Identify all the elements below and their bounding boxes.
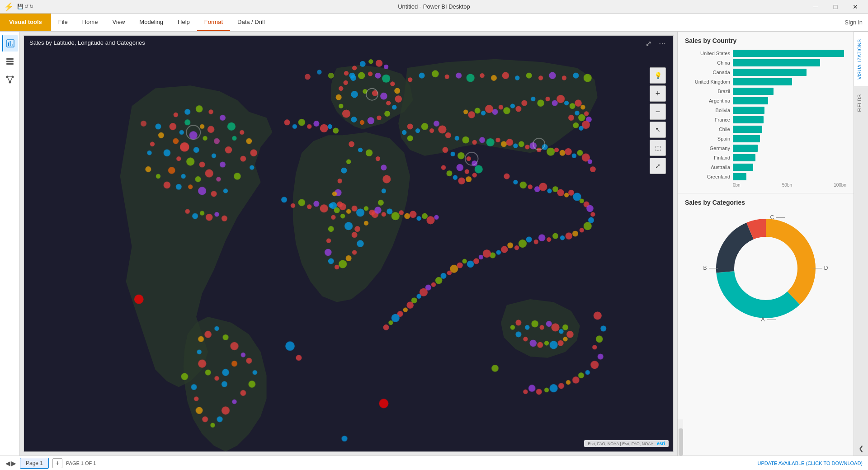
svg-line-11	[7, 77, 10, 82]
axis-0: 0bn	[733, 183, 741, 188]
bar-label-bolivia: Bolivia	[685, 108, 730, 113]
svg-point-291	[475, 108, 481, 113]
tab-fields[interactable]: FIELDS	[854, 87, 868, 119]
bar-fill-brazil	[733, 88, 774, 95]
svg-point-355	[307, 204, 311, 209]
zoom-in-btn[interactable]: +	[650, 85, 666, 102]
svg-point-54	[196, 105, 203, 113]
svg-point-29	[158, 132, 164, 138]
page-1-tab[interactable]: Page 1	[20, 458, 49, 469]
select-rect-btn[interactable]: ⬚	[650, 140, 666, 156]
bar-fill-us	[733, 50, 844, 57]
tab-visualizations[interactable]: VISUALIZATIONS	[854, 32, 868, 87]
tab-help[interactable]: Help	[170, 14, 197, 31]
next-page-btn[interactable]: ▶	[11, 460, 16, 467]
svg-point-59	[246, 138, 252, 144]
nav-arrows[interactable]: ◀ ▶	[5, 460, 16, 467]
zoom-out-btn[interactable]: −	[650, 103, 666, 120]
minimize-button[interactable]: ─	[807, 0, 825, 13]
scrollbar[interactable]	[678, 419, 683, 456]
expand-visual-btn[interactable]: ⤢	[646, 39, 651, 48]
axis-50: 50bn	[782, 183, 792, 188]
svg-point-92	[375, 73, 381, 79]
svg-point-272	[573, 73, 579, 79]
svg-point-320	[596, 335, 603, 343]
svg-point-376	[434, 215, 439, 220]
svg-point-270	[549, 72, 556, 79]
svg-point-326	[572, 376, 580, 384]
tab-format[interactable]: Format	[197, 14, 230, 31]
svg-point-343	[584, 111, 589, 116]
svg-point-213	[584, 222, 592, 230]
svg-point-123	[381, 164, 387, 170]
data-icon	[5, 57, 14, 66]
svg-point-327	[566, 380, 571, 385]
sidebar-icon-data[interactable]	[2, 53, 18, 70]
bar-label-us: United States	[685, 51, 730, 56]
tab-home[interactable]: Home	[75, 14, 105, 31]
svg-point-232	[467, 261, 474, 268]
tab-view[interactable]: View	[105, 14, 132, 31]
scrollbar-thumb[interactable]	[679, 428, 683, 456]
svg-point-111	[386, 101, 391, 105]
svg-point-253	[307, 124, 311, 129]
svg-point-267	[515, 75, 519, 80]
svg-point-185	[466, 156, 471, 161]
bar-row-chile: Chile	[685, 126, 846, 133]
svg-point-284	[515, 106, 521, 112]
svg-point-102	[351, 117, 357, 122]
tab-modeling[interactable]: Modeling	[132, 14, 170, 31]
svg-point-226	[501, 246, 508, 253]
axis-100: 100bn	[834, 183, 846, 188]
svg-point-286	[503, 107, 510, 114]
expand-btn[interactable]: ⤢	[650, 158, 666, 174]
svg-point-103	[342, 109, 350, 118]
tab-visual-tools[interactable]: Visual tools	[0, 14, 51, 31]
svg-point-206	[568, 190, 574, 196]
donut-chart-section: Sales by Categories	[678, 193, 854, 419]
sidebar-icon-model[interactable]	[2, 71, 18, 88]
add-page-btn[interactable]: +	[52, 458, 62, 468]
cursor-btn[interactable]: ↖	[650, 122, 666, 138]
sidebar-icon-report[interactable]	[2, 35, 18, 52]
prev-page-btn[interactable]: ◀	[5, 460, 10, 467]
svg-point-34	[155, 123, 161, 129]
svg-point-105	[335, 94, 341, 100]
update-notice[interactable]: UPDATE AVAILABLE (CLICK TO DOWNLOAD)	[758, 461, 863, 466]
tab-data-drill[interactable]: Data / Drill	[230, 14, 272, 31]
svg-point-26	[186, 158, 194, 166]
svg-point-292	[468, 111, 475, 118]
maximize-button[interactable]: □	[826, 0, 844, 13]
bar-row-germany: Germany	[685, 145, 846, 152]
svg-point-165	[501, 141, 507, 147]
svg-point-184	[458, 152, 465, 160]
svg-point-18	[173, 138, 179, 144]
svg-point-306	[544, 341, 549, 345]
svg-point-91	[368, 71, 373, 76]
svg-point-195	[465, 169, 469, 174]
bar-row-spain: Spain	[685, 135, 846, 142]
svg-point-190	[458, 178, 465, 185]
svg-point-122	[376, 156, 380, 161]
svg-point-141	[339, 260, 347, 268]
svg-point-104	[339, 103, 343, 108]
close-button[interactable]: ✕	[846, 0, 864, 13]
collapse-panel-btn[interactable]: ❮	[855, 441, 868, 456]
svg-point-364	[364, 206, 368, 211]
window-controls[interactable]: ─ □ ✕	[807, 0, 864, 13]
donut-label-c: C	[770, 214, 785, 221]
svg-point-30	[225, 146, 232, 154]
tab-file[interactable]: File	[51, 14, 75, 31]
svg-point-87	[296, 355, 302, 361]
map-container[interactable]: Sales by Latitude, Longitude and Categor…	[24, 35, 674, 452]
svg-point-75	[252, 370, 257, 375]
bar-row-canada: Canada	[685, 69, 846, 76]
svg-point-101	[360, 120, 364, 125]
svg-point-331	[536, 389, 542, 395]
svg-point-276	[537, 99, 544, 107]
sign-in-button[interactable]: Sign in	[844, 14, 868, 31]
map-lightbulb-btn[interactable]: 💡	[650, 67, 666, 84]
svg-point-193	[441, 165, 446, 169]
svg-point-377	[305, 74, 311, 80]
more-options-btn[interactable]: ⋯	[659, 39, 666, 48]
